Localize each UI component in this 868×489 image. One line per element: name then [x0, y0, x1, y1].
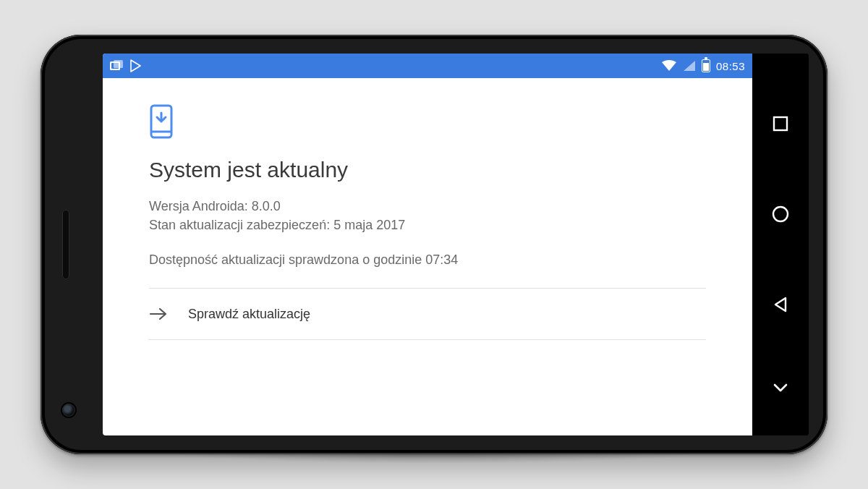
- check-for-update-label: Sprawdź aktualizację: [188, 307, 310, 322]
- page-title: System jest aktualny: [149, 158, 706, 182]
- nav-back-button[interactable]: [763, 287, 798, 322]
- system-update-page: System jest aktualny Wersja Androida: 8.…: [103, 78, 752, 435]
- status-clock: 08:53: [716, 60, 745, 72]
- phone-speaker: [62, 210, 69, 279]
- android-version-line: Wersja Androida: 8.0.0: [149, 197, 706, 216]
- check-for-update-button[interactable]: Sprawdź aktualizację: [149, 289, 706, 339]
- status-bar: 08:53: [103, 54, 752, 78]
- screen: 08:53 System jest aktualny Wersja Androi…: [103, 54, 809, 435]
- divider: [149, 339, 706, 340]
- wifi-icon: [661, 60, 677, 72]
- arrow-right-icon: [149, 307, 168, 321]
- phone-frame: 08:53 System jest aktualny Wersja Androi…: [41, 35, 827, 454]
- play-store-icon: [130, 59, 142, 72]
- nav-recent-apps-button[interactable]: [763, 106, 798, 141]
- nav-home-button[interactable]: [763, 197, 798, 231]
- navigation-bar: [752, 54, 809, 435]
- svg-point-6: [773, 207, 788, 221]
- system-update-info: Wersja Androida: 8.0.0 Stan aktualizacji…: [149, 197, 706, 269]
- last-checked-line: Dostępność aktualizacji sprawdzona o god…: [149, 250, 706, 269]
- phone-front-camera: [62, 404, 75, 417]
- cell-signal-icon: [683, 60, 696, 72]
- system-update-icon: [149, 104, 706, 142]
- svg-rect-5: [774, 117, 787, 130]
- screenshot-notification-icon: [110, 60, 123, 72]
- nav-collapse-button[interactable]: [763, 378, 798, 398]
- battery-icon: [702, 59, 710, 72]
- svg-rect-2: [114, 60, 123, 68]
- security-patch-line: Stan aktualizacji zabezpieczeń: 5 maja 2…: [149, 216, 706, 234]
